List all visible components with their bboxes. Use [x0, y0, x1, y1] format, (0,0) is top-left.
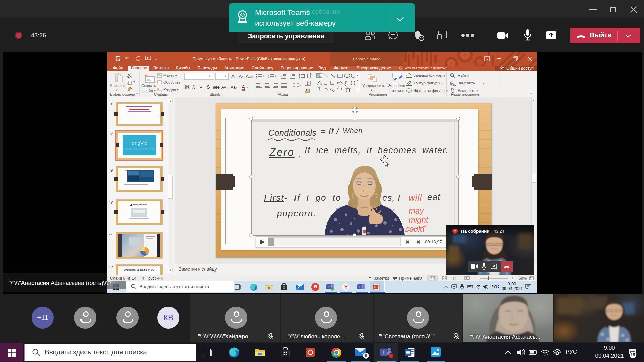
svg-text:T: T — [382, 350, 385, 355]
svg-text:*: * — [547, 353, 548, 356]
svg-text:P: P — [374, 285, 377, 289]
svg-text:T: T — [328, 285, 330, 289]
svg-text:T: T — [359, 285, 361, 289]
svg-text:W: W — [406, 350, 410, 355]
